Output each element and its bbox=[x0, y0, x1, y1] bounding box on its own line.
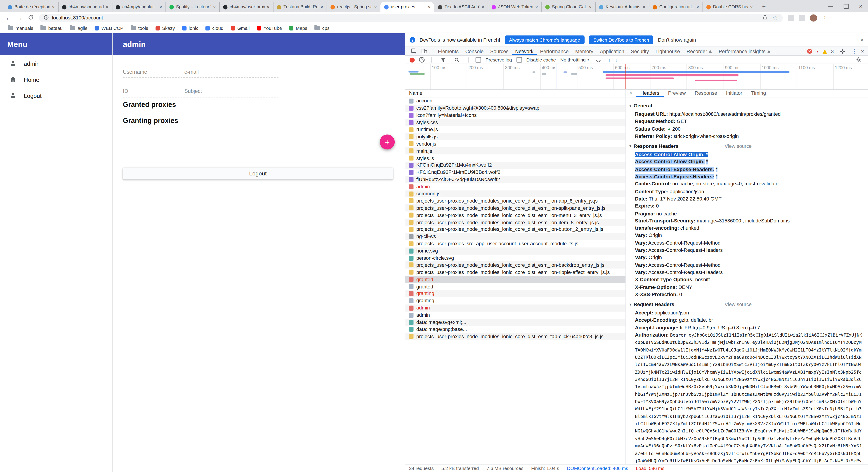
network-request-row[interactable]: home.svg bbox=[405, 247, 626, 255]
bookmark-item[interactable]: Maps bbox=[286, 24, 310, 32]
network-request-row[interactable]: projects_user-proxies_node_modules_ionic… bbox=[405, 219, 626, 226]
tab-close-icon[interactable]: × bbox=[52, 4, 55, 9]
network-request-row[interactable]: main.js bbox=[405, 147, 626, 155]
devtools-tab-recorder[interactable]: Recorder bbox=[683, 47, 715, 55]
disable-cache-checkbox[interactable] bbox=[516, 57, 522, 62]
warning-count[interactable]: 3 bbox=[831, 49, 834, 54]
filter-icon[interactable] bbox=[440, 57, 445, 62]
browser-tab[interactable]: ch4mpy/spring-ad...× bbox=[58, 2, 112, 12]
devtools-tab-lighthouse[interactable]: Lighthouse bbox=[652, 47, 683, 55]
tab-close-icon[interactable]: × bbox=[696, 4, 699, 9]
bookmark-item[interactable]: WEB CCP bbox=[92, 24, 126, 32]
window-close-icon[interactable]: × bbox=[859, 3, 863, 9]
network-request-row[interactable]: css2?family=Roboto:wght@300;400;500&disp… bbox=[405, 105, 626, 112]
browser-tab[interactable]: Tristana Build, Ru...× bbox=[273, 2, 327, 12]
record-icon[interactable] bbox=[410, 57, 414, 62]
detail-tab-preview[interactable]: Preview bbox=[664, 89, 690, 97]
browser-tab[interactable]: Spotify – Lecteur W...× bbox=[165, 2, 219, 12]
devtools-tab-memory[interactable]: Memory bbox=[572, 47, 596, 55]
browser-menu-icon[interactable]: ⋮ bbox=[822, 15, 828, 21]
profile-avatar[interactable] bbox=[810, 14, 817, 21]
disable-cache-label[interactable]: Disable cache bbox=[526, 57, 556, 62]
detail-tab-timing[interactable]: Timing bbox=[747, 89, 771, 97]
add-proxy-fab-button[interactable]: + bbox=[380, 134, 395, 150]
network-conditions-icon[interactable] bbox=[596, 57, 601, 62]
network-request-row[interactable]: KFOlCnqEu92Fr1MmEU9fBBc4.woff2 bbox=[405, 169, 626, 176]
browser-tab[interactable]: Text to ASCII Art G...× bbox=[434, 2, 488, 12]
bookmark-item[interactable]: cloud bbox=[203, 24, 226, 32]
export-har-icon[interactable]: ↓ bbox=[615, 57, 618, 62]
network-request-row[interactable]: projects_user-proxies_node_modules_ionic… bbox=[405, 269, 626, 276]
logout-button[interactable]: Logout bbox=[123, 168, 393, 179]
site-info-icon[interactable] bbox=[43, 15, 49, 21]
error-count[interactable]: 7 bbox=[816, 49, 819, 54]
status-bar-item[interactable]: 7.6 MB resources bbox=[487, 466, 524, 471]
sidebar-item-home[interactable]: Home bbox=[0, 71, 112, 88]
bookmark-star-icon[interactable]: ☆ bbox=[772, 15, 778, 21]
network-request-row[interactable]: admin bbox=[405, 183, 626, 190]
status-bar-item[interactable]: Finish: 1.04 s bbox=[531, 466, 559, 471]
devtools-tab-elements[interactable]: Elements bbox=[434, 47, 462, 55]
devtools-tab-network[interactable]: Network bbox=[512, 47, 537, 55]
detail-tab-response[interactable]: Response bbox=[690, 89, 721, 97]
error-badge-icon[interactable] bbox=[807, 49, 812, 54]
network-request-row[interactable]: vendor.js bbox=[405, 140, 626, 147]
tab-close-icon[interactable]: × bbox=[374, 4, 377, 9]
sidebar-item-logout[interactable]: Logout bbox=[0, 88, 112, 103]
extension-icon[interactable] bbox=[788, 15, 794, 21]
network-request-row[interactable]: styles.css bbox=[405, 119, 626, 126]
status-bar-item[interactable]: 5.2 kB transferred bbox=[441, 466, 479, 471]
throttling-dropdown[interactable]: No throttling ▾ bbox=[560, 57, 589, 62]
tab-close-icon[interactable]: × bbox=[643, 4, 646, 9]
bookmark-item[interactable]: ionic bbox=[179, 24, 201, 32]
network-request-row[interactable]: granted bbox=[405, 276, 626, 283]
browser-tab[interactable]: Configuration att...× bbox=[649, 2, 703, 12]
bookmark-item[interactable]: YouTube bbox=[254, 24, 285, 32]
network-request-row[interactable]: projects_user-proxies_node_modules_ionic… bbox=[405, 212, 626, 219]
network-request-row[interactable]: common.js bbox=[405, 190, 626, 197]
tab-close-icon[interactable]: × bbox=[320, 4, 323, 9]
browser-tab[interactable]: Keycloak Adminis...× bbox=[595, 2, 649, 12]
browser-tab[interactable]: Boîte de réception× bbox=[4, 2, 58, 12]
response-headers-section-header[interactable]: ▾ Response Headers View source bbox=[629, 143, 864, 149]
bookmark-item[interactable]: manuals bbox=[5, 24, 36, 32]
devtools-tab-console[interactable]: Console bbox=[462, 47, 487, 55]
network-request-row[interactable]: account bbox=[405, 97, 626, 105]
new-tab-button[interactable]: + bbox=[760, 2, 768, 10]
preserve-log-checkbox[interactable] bbox=[475, 57, 481, 62]
network-request-row[interactable]: person-circle.svg bbox=[405, 255, 626, 262]
tab-close-icon[interactable]: × bbox=[535, 4, 538, 9]
network-request-row[interactable]: icon?family=Material+Icons bbox=[405, 112, 626, 119]
network-request-row[interactable]: projects_user-proxies_src_app_user-accou… bbox=[405, 240, 626, 247]
status-bar-item[interactable]: 34 requests bbox=[409, 466, 434, 471]
subject-field[interactable]: Subject bbox=[184, 88, 202, 94]
devtools-tab-application[interactable]: Application bbox=[596, 47, 627, 55]
bookmark-item[interactable]: agile bbox=[67, 24, 90, 32]
network-request-row[interactable]: data:image/png;base... bbox=[405, 326, 626, 333]
network-overview-timeline[interactable]: 100 ms200 ms300 ms400 ms500 ms600 ms700 … bbox=[405, 64, 868, 90]
dont-show-again-button[interactable]: Don't show again bbox=[658, 37, 696, 42]
tab-close-icon[interactable]: × bbox=[589, 4, 592, 9]
network-request-row[interactable]: projects_user-proxies_node_modules_ionic… bbox=[405, 226, 626, 233]
minimize-icon[interactable] bbox=[828, 6, 833, 6]
infobar-close-icon[interactable]: × bbox=[860, 37, 864, 43]
browser-tab[interactable]: ch4mpy/user-prox...× bbox=[219, 2, 273, 12]
inspect-element-icon[interactable] bbox=[411, 48, 417, 54]
browser-tab[interactable]: ch4mpy/angular-...× bbox=[112, 2, 166, 12]
device-toolbar-icon[interactable] bbox=[421, 48, 428, 54]
network-request-row[interactable]: granted bbox=[405, 283, 626, 290]
sidebar-item-admin[interactable]: admin bbox=[0, 55, 112, 71]
clear-icon[interactable] bbox=[419, 57, 425, 62]
general-section-header[interactable]: ▾ General bbox=[629, 102, 864, 108]
request-headers-section-header[interactable]: ▾ Request Headers View source bbox=[629, 301, 864, 308]
network-settings-gear-icon[interactable] bbox=[856, 57, 861, 62]
browser-tab[interactable]: JSON Web Token...× bbox=[488, 2, 541, 12]
bookmark-item[interactable]: bateau bbox=[38, 24, 65, 32]
requests-name-column-header[interactable]: Name bbox=[405, 89, 626, 97]
bookmark-item[interactable]: tools bbox=[128, 24, 151, 32]
tab-close-icon[interactable]: × bbox=[267, 4, 270, 9]
tab-close-icon[interactable]: × bbox=[213, 4, 216, 9]
devtools-close-icon[interactable]: × bbox=[861, 48, 864, 54]
network-request-row[interactable]: projects_user-proxies_node_modules_ionic… bbox=[405, 197, 626, 204]
switch-to-french-button[interactable]: Switch DevTools to French bbox=[589, 35, 653, 44]
